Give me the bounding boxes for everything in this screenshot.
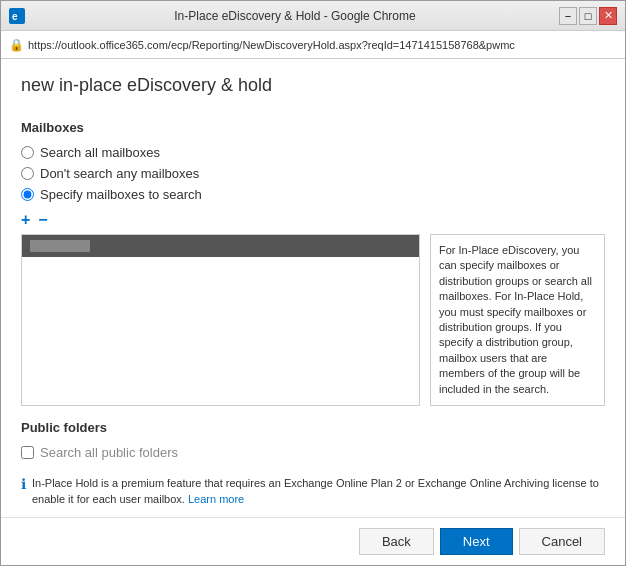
info-main-text: In-Place Hold is a premium feature that … (32, 477, 599, 504)
info-bar: ℹ In-Place Hold is a premium feature tha… (1, 466, 625, 517)
cancel-button[interactable]: Cancel (519, 528, 605, 555)
help-tooltip: For In-Place eDiscovery, you can specify… (430, 234, 605, 406)
page-content: new in-place eDiscovery & hold Mailboxes… (1, 59, 625, 565)
radio-search-none-input[interactable] (21, 167, 34, 180)
close-button[interactable]: ✕ (599, 7, 617, 25)
mailbox-toolbar: + − (21, 212, 605, 228)
radio-search-none-label: Don't search any mailboxes (40, 166, 199, 181)
mailbox-list-header-text: S (30, 240, 90, 252)
mailbox-list-container: S (21, 234, 420, 406)
page-body: Mailboxes Search all mailboxes Don't sea… (1, 108, 625, 466)
info-icon: ℹ (21, 476, 26, 492)
learn-more-link[interactable]: Learn more (188, 493, 244, 505)
radio-search-none[interactable]: Don't search any mailboxes (21, 166, 605, 181)
radio-specify-mailboxes-label: Specify mailboxes to search (40, 187, 202, 202)
public-folders-section: Public folders Search all public folders (21, 420, 605, 460)
title-bar: e In-Place eDiscovery & Hold - Google Ch… (1, 1, 625, 31)
svg-text:e: e (12, 11, 18, 22)
add-mailbox-button[interactable]: + (21, 212, 30, 228)
mailbox-area: S For In-Place eDiscovery, you can speci… (21, 234, 605, 406)
radio-search-all-input[interactable] (21, 146, 34, 159)
mailbox-list-body (22, 257, 419, 377)
public-folders-label: Public folders (21, 420, 605, 435)
mailbox-list-header: S (22, 235, 419, 257)
remove-mailbox-button[interactable]: − (38, 212, 47, 228)
radio-search-all[interactable]: Search all mailboxes (21, 145, 605, 160)
info-text: In-Place Hold is a premium feature that … (32, 476, 605, 507)
help-tooltip-text: For In-Place eDiscovery, you can specify… (439, 244, 592, 395)
mailboxes-section-label: Mailboxes (21, 120, 605, 135)
footer: Back Next Cancel (1, 517, 625, 565)
radio-specify-mailboxes-input[interactable] (21, 188, 34, 201)
page-header: new in-place eDiscovery & hold (1, 59, 625, 108)
back-button[interactable]: Back (359, 528, 434, 555)
window-controls: − □ ✕ (559, 7, 617, 25)
app-icon: e (9, 8, 25, 24)
search-all-public-folders[interactable]: Search all public folders (21, 445, 605, 460)
next-button[interactable]: Next (440, 528, 513, 555)
window-title: In-Place eDiscovery & Hold - Google Chro… (33, 9, 557, 23)
search-all-public-folders-label: Search all public folders (40, 445, 178, 460)
maximize-button[interactable]: □ (579, 7, 597, 25)
radio-specify-mailboxes[interactable]: Specify mailboxes to search (21, 187, 605, 202)
page-title: new in-place eDiscovery & hold (21, 75, 605, 96)
address-bar: 🔒 https://outlook.office365.com/ecp/Repo… (1, 31, 625, 59)
ssl-lock-icon: 🔒 (9, 38, 24, 52)
search-all-public-folders-checkbox[interactable] (21, 446, 34, 459)
url-display[interactable]: https://outlook.office365.com/ecp/Report… (28, 39, 515, 51)
mailboxes-radio-group: Search all mailboxes Don't search any ma… (21, 145, 605, 202)
chrome-window: e In-Place eDiscovery & Hold - Google Ch… (0, 0, 626, 566)
minimize-button[interactable]: − (559, 7, 577, 25)
radio-search-all-label: Search all mailboxes (40, 145, 160, 160)
